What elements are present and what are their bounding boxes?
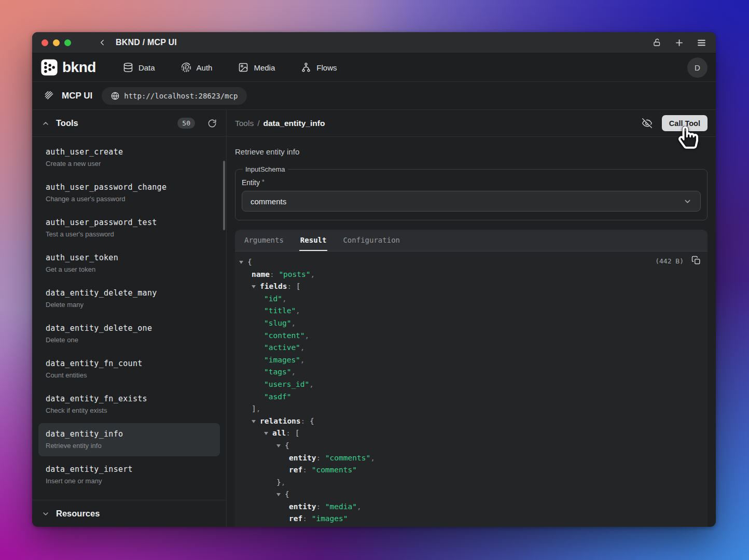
json-token: ] [252, 403, 256, 415]
tool-list-item-data_entity_delete_one[interactable]: data_entity_delete_one Delete one [38, 317, 220, 351]
close-window-button[interactable] [41, 39, 48, 46]
tool-desc: Insert one or many [46, 477, 213, 486]
json-line: ref: "comments" [235, 464, 708, 477]
window-title: BKND / MCP UI [116, 38, 177, 47]
tool-name: data_entity_fn_count [46, 358, 213, 369]
tool-list-item-auth_user_token[interactable]: auth_user_token Get a user token [38, 247, 220, 280]
tool-name: data_entity_insert [46, 464, 213, 475]
collapse-triangle-icon[interactable] [239, 261, 247, 264]
json-token: "comments" [325, 452, 370, 465]
collapse-triangle-icon[interactable] [252, 285, 260, 288]
required-mark: * [262, 178, 265, 186]
tab-arguments[interactable]: Arguments [243, 230, 285, 251]
nav-label: Flows [316, 63, 337, 72]
collapse-triangle-icon[interactable] [276, 493, 285, 496]
collapse-triangle-icon[interactable] [276, 444, 285, 447]
json-token: "title" [264, 305, 296, 317]
menu-icon[interactable] [697, 38, 706, 48]
tool-list-item-data_entity_fn_count[interactable]: data_entity_fn_count Count entities [38, 353, 220, 386]
breadcrumb-parent[interactable]: Tools [235, 119, 254, 128]
chevron-down-icon[interactable] [41, 510, 50, 518]
back-icon[interactable] [98, 38, 107, 47]
eye-off-icon[interactable] [642, 118, 653, 129]
json-token: ref [289, 464, 302, 477]
tool-desc: Get a user token [46, 265, 213, 274]
nav-label: Media [254, 63, 275, 72]
json-token: { [285, 440, 289, 452]
tool-desc: Delete many [46, 300, 213, 310]
tool-name: data_entity_delete_one [46, 323, 213, 334]
maximize-window-button[interactable] [64, 39, 71, 46]
collapse-triangle-icon[interactable] [264, 432, 272, 435]
tool-name: auth_user_create [46, 147, 213, 158]
chevron-down-icon [683, 197, 692, 206]
nav-item-flows[interactable]: Flows [301, 62, 337, 73]
tool-list-item-data_entity_info[interactable]: data_entity_info Retrieve entity info [38, 423, 220, 456]
json-token: "images" [264, 354, 300, 367]
resources-section-header[interactable]: Resources [32, 500, 226, 527]
json-token: "content" [264, 330, 305, 342]
new-tab-icon[interactable] [674, 38, 684, 48]
server-url-pill[interactable]: http://localhost:28623/mcp [102, 87, 247, 105]
copy-icon[interactable] [691, 256, 701, 265]
tool-list-item-auth_user_password_test[interactable]: auth_user_password_test Test a user's pa… [38, 212, 220, 245]
json-token: : [302, 464, 311, 477]
minimize-window-button[interactable] [53, 39, 60, 46]
user-avatar[interactable]: D [687, 58, 708, 78]
bknd-logo[interactable]: bknd [40, 59, 96, 76]
json-line: }, [235, 477, 708, 489]
tab-configuration[interactable]: Configuration [342, 230, 401, 251]
input-schema-legend: InputSchema [243, 165, 288, 173]
json-token: ref [289, 513, 302, 525]
tool-list-item-auth_user_password_change[interactable]: auth_user_password_change Change a user'… [38, 176, 220, 209]
tools-section-header[interactable]: Tools 50 [32, 110, 226, 137]
json-token: entity [289, 501, 316, 513]
image-icon [238, 62, 248, 73]
json-line: "users_id", [235, 379, 708, 391]
result-json-view: (442 B) {name: "posts",fields: ["id","ti… [235, 251, 708, 527]
json-token: entity [289, 452, 316, 465]
json-token: : [302, 513, 311, 525]
json-token: relations [260, 415, 301, 428]
titlebar: BKND / MCP UI [32, 32, 716, 53]
json-token: , [370, 452, 375, 465]
sidebar-scrollbar[interactable] [223, 161, 225, 230]
json-token: { [285, 488, 289, 501]
bknd-logo-icon [40, 59, 58, 76]
tool-name: data_entity_info [46, 429, 213, 440]
tool-list-item-data_entity_delete_many[interactable]: data_entity_delete_many Delete many [38, 282, 220, 315]
json-token: { [247, 256, 252, 269]
nav-item-data[interactable]: Data [123, 62, 155, 73]
server-url: http://localhost:28623/mcp [124, 92, 238, 100]
json-token: "asdf" [264, 391, 291, 403]
json-token: [ [296, 281, 301, 293]
json-token: name [252, 269, 270, 281]
brand-name: bknd [62, 59, 96, 76]
nav-item-media[interactable]: Media [238, 62, 275, 73]
tool-name: auth_user_password_change [46, 182, 213, 193]
collapse-triangle-icon[interactable] [252, 420, 260, 423]
json-token: : [287, 281, 296, 293]
lock-icon[interactable] [653, 38, 662, 47]
tool-list-item-data_entity_fn_exists[interactable]: data_entity_fn_exists Check if entity ex… [38, 388, 220, 421]
tool-detail: Retrieve entity info InputSchema Entity*… [227, 137, 716, 527]
tool-desc: Create a new user [46, 159, 213, 169]
flow-icon [301, 62, 311, 73]
app-window: BKND / MCP UI [32, 32, 716, 527]
entity-select[interactable]: comments [242, 191, 701, 212]
chevron-up-icon[interactable] [41, 119, 50, 128]
tool-desc: Change a user's password [46, 194, 213, 204]
json-token: : [301, 415, 310, 428]
cursor-pointer [678, 126, 698, 149]
json-token: "active" [264, 342, 300, 354]
json-token: , [357, 501, 362, 513]
tool-list-item-data_entity_insert[interactable]: data_entity_insert Insert one or many [38, 458, 220, 492]
json-token: , [296, 305, 300, 317]
json-token: , [282, 293, 287, 305]
entity-select-value: comments [251, 197, 286, 206]
tool-list-item-auth_user_create[interactable]: auth_user_create Create a new user [38, 141, 220, 174]
nav-item-auth[interactable]: Auth [181, 62, 213, 73]
tool-header: Tools / data_entity_info Call Tool [227, 110, 716, 137]
tab-result[interactable]: Result [299, 230, 328, 251]
refresh-icon[interactable] [207, 119, 217, 128]
